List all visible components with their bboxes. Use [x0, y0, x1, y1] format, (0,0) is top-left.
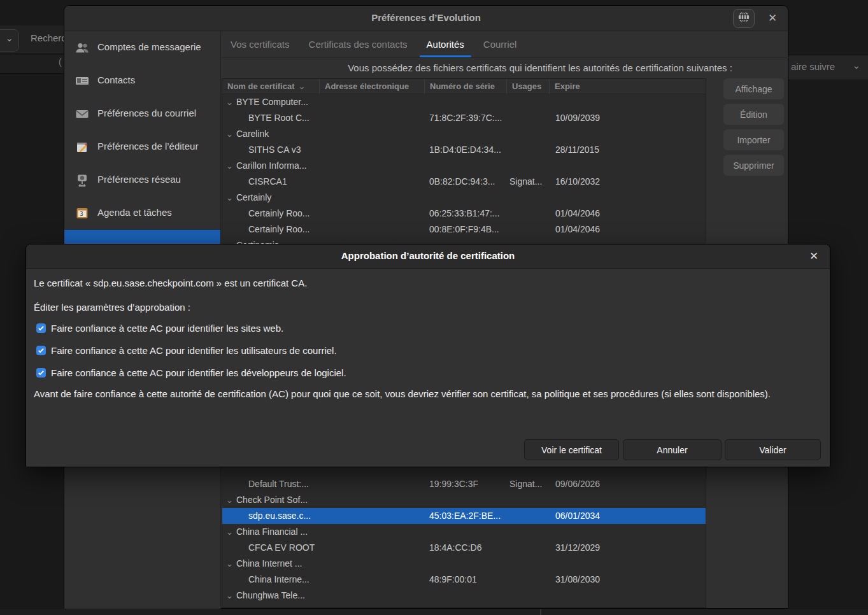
table-group-row[interactable]: ⌄China Internet ... — [222, 556, 706, 572]
certificate-serial: 18:4A:CC:D6 — [429, 540, 507, 556]
voir-le-certificat-button[interactable]: Voir le certificat — [524, 439, 619, 460]
certificate-intro-text: Le certificat « sdp.eu.sase.checkpoint.c… — [34, 278, 307, 288]
table-row[interactable]: Default Trust:15:C8:BD:65:47Signat...30/… — [222, 604, 706, 608]
contact-card-icon — [75, 73, 90, 88]
sidebar-item-pr-f-rences-de-l-diteur[interactable]: Préférences de l’éditeur — [64, 131, 220, 164]
checkbox-checked-icon[interactable] — [36, 323, 46, 333]
column-header-0[interactable]: Nom de certificat⌄ — [222, 79, 320, 94]
expander-chevron-icon[interactable]: ⌄ — [226, 126, 233, 142]
table-row[interactable]: China Interne...48:9F:00:0131/08/2030 — [222, 572, 706, 588]
certificate-name: Certainly Roo... — [248, 206, 320, 222]
expander-chevron-icon[interactable]: ⌄ — [226, 94, 233, 110]
certificate-expire: 09/06/2026 — [555, 476, 706, 492]
certificate-name: SITHS CA v3 — [248, 142, 320, 158]
sidebar-item-comptes-de-messagerie[interactable]: Comptes de messagerie — [64, 31, 220, 64]
group-name: BYTE Computer... — [236, 94, 421, 110]
expander-chevron-icon[interactable]: ⌄ — [226, 556, 233, 572]
checkbox-checked-icon[interactable] — [36, 346, 46, 355]
help-button[interactable] — [733, 9, 755, 28]
ca-trust-dialog: Approbation d’autorité de certification … — [25, 244, 830, 467]
checkbox-checked-icon[interactable] — [36, 368, 46, 378]
certificate-serial: 15:C8:BD:65:47 — [429, 604, 507, 608]
certificate-expire: 10/09/2039 — [555, 110, 706, 126]
checkbox-label: Faire confiance à cette AC pour identifi… — [51, 367, 346, 378]
supprimer-button[interactable]: Supprimer — [723, 155, 784, 176]
sidebar-item-contacts[interactable]: Contacts — [64, 64, 220, 97]
background-bottom-strip — [0, 609, 868, 615]
tab-vos-certificats[interactable]: Vos certificats — [221, 31, 299, 57]
close-icon[interactable]: ✕ — [806, 248, 822, 265]
certificate-name: sdp.eu.sase.c... — [248, 508, 320, 524]
authorities-description: Vous possédez des fichiers certificats q… — [291, 62, 789, 73]
certificate-expire: 01/04/2046 — [555, 222, 706, 237]
sidebar-item-pr-f-rences-du-courriel[interactable]: Préférences du courriel — [64, 97, 220, 131]
table-group-row[interactable]: ⌄China Financial ... — [222, 524, 706, 540]
checkbox-label: Faire confiance à cette AC pour identifi… — [51, 345, 337, 356]
table-group-row[interactable]: ⌄Chunghwa Tele... — [222, 588, 706, 604]
group-name: China Internet ... — [236, 556, 421, 572]
table-row[interactable]: SITHS CA v31B:D4:0E:D4:34...28/11/2015 — [222, 142, 706, 158]
verify-note-text: Avant de faire confiance à cette autorit… — [34, 388, 823, 399]
trust-checkbox-row: Faire confiance à cette AC pour identifi… — [36, 322, 283, 334]
close-icon[interactable]: ✕ — [764, 10, 781, 27]
sidebar-item-label: Préférences réseau — [97, 174, 181, 185]
sidebar-item-label: Comptes de messagerie — [97, 41, 201, 52]
expander-chevron-icon[interactable]: ⌄ — [226, 524, 233, 540]
table-row[interactable]: sdp.eu.sase.c...45:03:EA:2F:BE...06/01/2… — [222, 508, 706, 524]
column-header-label: Adresse électronique — [325, 81, 409, 91]
titlebar[interactable]: Préférences d’Evolution ✕ — [64, 6, 788, 31]
certificate-name: Certainly Roo... — [248, 222, 320, 237]
column-header-label: Nom de certificat — [227, 81, 294, 91]
annuler-button[interactable]: Annuler — [623, 439, 722, 460]
certificate-usages: Signat... — [509, 174, 550, 190]
chevron-down-icon: ⌄ — [852, 60, 860, 71]
sidebar-item-label: Préférences de l’éditeur — [97, 141, 198, 152]
column-header-2[interactable]: Numéro de série — [425, 79, 507, 94]
sort-indicator-icon: ⌄ — [298, 81, 305, 91]
table-row[interactable]: CISRCA10B:82:DC:94:3...Signat...16/10/20… — [222, 174, 706, 190]
certificate-name: CFCA EV ROOT — [248, 540, 320, 556]
table-group-row[interactable]: ⌄Carillon Informa... — [222, 158, 706, 174]
sidebar-item-pr-f-rences-r-seau[interactable]: Préférences réseau — [64, 164, 220, 197]
globe-icon — [737, 10, 751, 27]
window-title: Préférences d’Evolution — [64, 12, 788, 23]
sidebar-item-label: Préférences du courriel — [97, 108, 196, 118]
valider-button[interactable]: Valider — [725, 439, 821, 460]
svg-text:3: 3 — [80, 211, 83, 217]
table-row[interactable]: Certainly Roo...06:25:33:B1:47:...01/04/… — [222, 206, 706, 222]
expander-chevron-icon[interactable]: ⌄ — [226, 588, 233, 604]
table-row[interactable]: BYTE Root C...71:8C:2F:39:7C:...10/09/20… — [222, 110, 706, 126]
certificate-name: Default Trust:... — [248, 476, 320, 492]
affichage-button[interactable]: Affichage — [723, 78, 784, 99]
expander-chevron-icon[interactable]: ⌄ — [226, 492, 233, 508]
table-group-row[interactable]: ⌄BYTE Computer... — [222, 94, 706, 110]
-dition-button[interactable]: Édition — [723, 104, 784, 125]
sidebar-item-agenda-et-t-ches[interactable]: 3Agenda et tâches — [64, 197, 220, 230]
column-header-label: Usages — [512, 81, 541, 91]
background-dropdown-button[interactable]: ⌄ — [0, 29, 19, 52]
certificate-serial: 19:99:3C:3F — [429, 476, 507, 492]
tab-certificats-des-contacts[interactable]: Certificats des contacts — [299, 31, 417, 57]
column-header-4[interactable]: Expire — [550, 79, 706, 94]
table-row[interactable]: Certainly Roo...00:8E:0F:F9:4B...01/04/2… — [222, 222, 706, 237]
network-icon — [75, 173, 90, 188]
table-row[interactable]: CFCA EV ROOT18:4A:CC:D631/12/2029 — [222, 540, 706, 556]
column-header-1[interactable]: Adresse électronique — [320, 79, 425, 94]
expander-chevron-icon[interactable]: ⌄ — [226, 190, 233, 206]
certificate-serial: 71:8C:2F:39:7C:... — [429, 110, 507, 126]
tab-autorit-s[interactable]: Autorités — [417, 31, 474, 57]
table-group-row[interactable]: ⌄Check Point Sof... — [222, 492, 706, 508]
dialog-titlebar[interactable]: Approbation d’autorité de certification … — [26, 244, 830, 269]
table-row[interactable]: Default Trust:...19:99:3C:3FSignat...09/… — [222, 476, 706, 492]
table-group-row[interactable]: ⌄Certainly — [222, 190, 706, 206]
certificate-name: BYTE Root C... — [248, 110, 320, 126]
tab-courriel[interactable]: Courriel — [474, 31, 527, 57]
table-group-row[interactable]: ⌄Carelink — [222, 126, 706, 142]
certificate-serial: 00:8E:0F:F9:4B... — [429, 222, 507, 237]
column-header-3[interactable]: Usages — [507, 79, 550, 94]
certificate-expire: 31/08/2030 — [555, 572, 706, 588]
importer-button[interactable]: Importer — [723, 129, 784, 150]
chevron-down-icon: ⌄ — [5, 32, 13, 44]
background-search-label: Recherche — [31, 32, 64, 43]
expander-chevron-icon[interactable]: ⌄ — [226, 158, 233, 174]
